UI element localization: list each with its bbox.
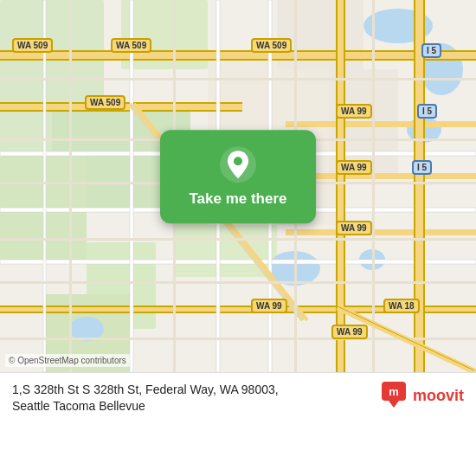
info-bar: 1,S 328th St S 328th St, Federal Way, WA…: [0, 372, 476, 476]
badge-wa509-1: WA 509: [12, 38, 53, 53]
svg-rect-39: [130, 0, 133, 372]
svg-rect-26: [286, 229, 476, 235]
badge-wa99-3: WA 99: [336, 221, 372, 235]
badge-i5-3: I 5: [412, 160, 432, 175]
map-container: WA 509 WA 509 WA 509 WA 509 WA 99 WA 99 …: [0, 0, 476, 372]
svg-rect-34: [336, 0, 338, 372]
badge-i5-1: I 5: [421, 43, 441, 58]
badge-i5-2: I 5: [417, 104, 437, 119]
badge-wa509-4: WA 509: [85, 95, 125, 110]
map-attribution: © OpenStreetMap contributors: [5, 354, 130, 367]
svg-marker-61: [389, 401, 399, 408]
moovit-text: moovit: [413, 387, 464, 405]
svg-rect-54: [372, 0, 375, 372]
svg-rect-23: [0, 110, 242, 112]
badge-wa18: WA 18: [383, 299, 420, 313]
location-pin-icon: [219, 145, 257, 183]
svg-rect-24: [286, 121, 476, 127]
badge-wa509-3: WA 509: [251, 38, 292, 53]
moovit-logo-icon: m: [382, 382, 409, 409]
badge-wa509-2: WA 509: [111, 38, 151, 53]
city-line: Seattle Tacoma Bellevue: [12, 399, 279, 413]
badge-wa99-4: WA 99: [251, 299, 287, 313]
svg-point-58: [234, 157, 242, 165]
svg-rect-33: [338, 0, 344, 372]
take-me-there-label: Take me there: [189, 190, 286, 208]
address-line: 1,S 328th St S 328th St, Federal Way, WA…: [12, 382, 279, 399]
svg-rect-35: [344, 0, 345, 372]
svg-rect-42: [43, 0, 46, 372]
moovit-logo: m moovit: [382, 382, 464, 409]
svg-text:m: m: [389, 385, 399, 398]
svg-rect-37: [414, 0, 415, 372]
badge-wa99-5: WA 99: [331, 325, 368, 339]
badge-wa99-1: WA 99: [336, 104, 372, 119]
take-me-there-button[interactable]: Take me there: [160, 130, 316, 223]
svg-point-16: [69, 317, 104, 341]
svg-rect-51: [69, 0, 72, 372]
badge-wa99-2: WA 99: [336, 160, 372, 175]
